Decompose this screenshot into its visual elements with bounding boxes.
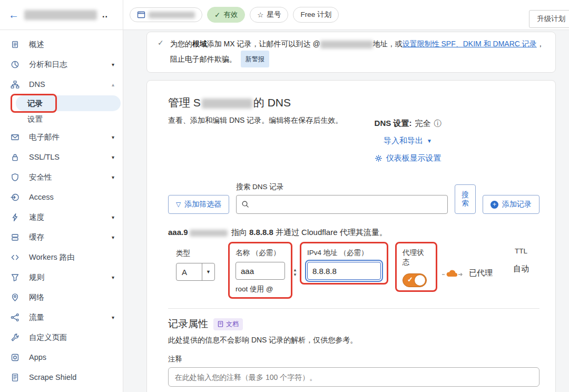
dns-settings-value: 完全 [415,119,430,129]
blurred-zone-title [202,99,252,109]
email-icon [11,133,19,142]
back-arrow-icon[interactable]: ← [8,9,19,21]
sidebar-item-email[interactable]: 电子邮件 ▾ [0,127,123,147]
document-icon [218,321,223,327]
sidebar-label: 规则 [29,272,44,282]
chevron-down-icon: ▾ [112,315,114,320]
sidebar-label: 流量 [29,312,44,322]
blurred-email-domain [320,41,373,48]
arrow-down-icon[interactable]: ▼ [293,273,297,277]
dns-settings-label: DNS 设置: [375,119,412,129]
sidebar-label: 电子邮件 [29,132,60,142]
top-header: ← .. ✓ 有效 ☆ 星号 Free 计划 升级计划 [0,0,569,30]
wrench-icon [11,333,19,342]
account-dots: .. [102,10,108,19]
type-value: A [176,268,202,277]
blurred-account-name [24,10,97,20]
upgrade-plan-button[interactable]: 升级计划 [529,10,569,28]
proxied-cloud-icon [442,269,465,278]
chevron-down-icon: ▼ [427,138,432,144]
sidebar-item-rules[interactable]: 规则 ▾ [0,267,123,287]
sidebar-item-security[interactable]: 安全性 ▾ [0,167,123,187]
search-input[interactable] [236,195,448,214]
comment-input[interactable] [168,367,539,387]
sidebar-item-ssl-tls[interactable]: SSL/TLS ▾ [0,147,123,167]
cache-icon [11,233,19,242]
spf-dkim-dmarc-link[interactable]: 设置限制性 SPF、DKIM 和 DMARC 记录 [403,40,537,48]
sidebar-item-access[interactable]: Access [0,187,123,207]
toggle-knob [415,275,425,286]
add-record-button[interactable]: + 添加记录 [483,195,539,214]
name-hint: root 使用 @ [236,285,285,294]
zone-selector[interactable] [130,7,202,22]
blurred-record-domain [190,230,228,237]
funnel-icon [11,273,19,282]
sidebar-label: 自定义页面 [29,332,67,342]
annotation-box-proxy-toggle: 代理状态 ✓ [395,242,437,292]
sidebar-item-analytics[interactable]: 分析和日志 ▾ [0,54,123,74]
sidebar-label: 缓存 [29,232,44,242]
chevron-down-icon: ▾ [112,234,114,240]
dns-settings-row: DNS 设置: 完全 ⓘ [375,119,442,129]
sidebar-item-cache[interactable]: 缓存 ▾ [0,227,123,247]
ttl-field-group: TTL 自动 [506,247,536,274]
sidebar-item-dns-records[interactable]: 记录 [16,95,121,111]
proxied-status-text: 已代理 [469,268,493,278]
chevron-down-icon: ▾ [112,275,114,280]
sidebar-item-overview[interactable]: 概述 [0,34,123,54]
ttl-value[interactable]: 自动 [506,264,536,274]
ttl-label: TTL [506,247,536,255]
sidebar-label: SSL/TLS [29,153,60,161]
shield-icon [11,173,19,182]
sidebar-item-dns-settings[interactable]: 设置 [0,111,123,127]
record-summary-sentence: aaa.9 指向 8.8.8.8 并通过 Cloudflare 代理其流量。 [168,228,539,238]
main-content: ✓ 为您的根域添加 MX 记录，让邮件可以到达 @地址，或设置限制性 SPF、D… [123,30,569,392]
sidebar-item-apps[interactable]: Apps [0,347,123,367]
sidebar-item-network[interactable]: 网络 [0,287,123,307]
docs-badge[interactable]: 文档 [213,318,243,330]
plan-label: Free 计划 [300,10,331,19]
star-badge[interactable]: ☆ 星号 [250,7,288,23]
search-icon [241,200,249,208]
search-button[interactable]: 搜 索 [455,184,476,214]
sidebar-item-speed[interactable]: 速度 ▾ [0,207,123,227]
proxy-toggle[interactable]: ✓ [403,273,427,287]
chevron-down-icon: ▾ [112,214,114,220]
ipv4-input[interactable] [307,262,381,280]
new-alert-badge: 新警报 [241,51,269,67]
check-icon: ✓ [158,37,164,67]
banner-text: 为您的根域添加 MX 记录，让邮件可以到达 @地址，或设置限制性 SPF、DKI… [170,37,545,67]
arrow-up-icon[interactable]: ▲ [293,269,297,272]
apps-icon [11,353,19,362]
info-icon[interactable]: ⓘ [434,119,441,129]
map-pin-icon [11,293,19,302]
dns-icon [11,80,19,89]
name-input[interactable] [236,262,285,280]
import-export-link[interactable]: 导入和导出 ▼ [384,136,432,146]
dashboard-display-settings-link[interactable]: 仪表板显示设置 [375,153,442,163]
cloudflare-dns-page: ← .. ✓ 有效 ☆ 星号 Free 计划 升级计划 [0,0,569,392]
sidebar-label: DNS [29,80,45,89]
sidebar-item-dns[interactable]: DNS ▴ [0,74,123,94]
dns-search-row: ▽ 添加筛选器 搜索 DNS 记录 搜 索 + 添加记录 [168,182,539,214]
sidebar-item-custom-pages[interactable]: 自定义页面 [0,327,123,347]
name-label: 名称 （必需） [236,248,285,258]
record-type-select[interactable]: A ▼ [176,263,215,281]
chevron-down-icon: ▾ [112,174,114,180]
comment-label: 注释 [168,355,539,364]
dns-meta-column: DNS 设置: 完全 ⓘ 导入和导出 ▼ 仪表板显示设置 [321,119,495,163]
sidebar-label: 速度 [29,212,44,222]
header-account-area: ← .. [0,0,123,30]
blurred-zone-name [149,12,195,18]
sidebar-item-traffic[interactable]: 流量 ▾ [0,307,123,327]
sidebar-item-workers-routes[interactable]: Workers 路由 [0,247,123,267]
add-filter-button[interactable]: ▽ 添加筛选器 [168,195,229,214]
plus-icon: + [490,201,498,209]
header-zone-bar: ✓ 有效 ☆ 星号 Free 计划 [123,7,569,23]
share-nodes-icon [11,313,19,322]
sidebar-label: Workers 路由 [29,252,75,262]
stepper-arrows[interactable]: ▲ ▼ [293,269,297,277]
sidebar-label: 概述 [29,40,44,50]
sidebar-item-scrape-shield[interactable]: Scrape Shield [0,367,123,387]
chevron-up-icon: ▴ [112,82,114,87]
